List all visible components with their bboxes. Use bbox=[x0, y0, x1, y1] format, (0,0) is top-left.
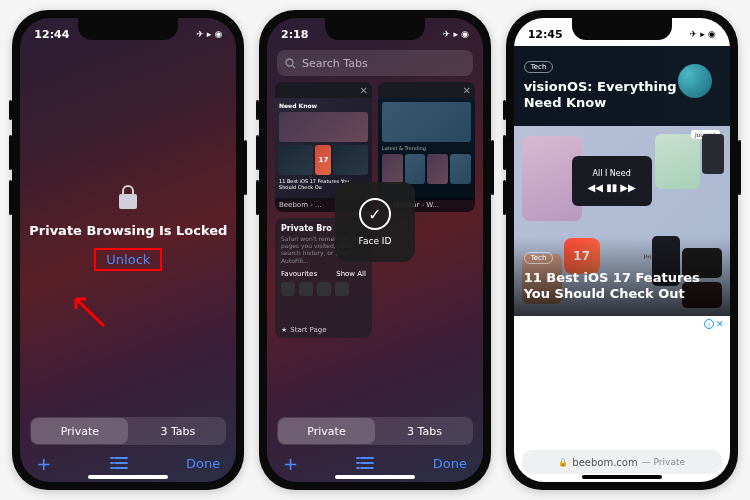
status-icons: ✈ ▸ ◉ bbox=[689, 29, 715, 39]
search-icon bbox=[285, 58, 296, 69]
segment-private[interactable]: Private bbox=[31, 418, 128, 444]
url-bar[interactable]: 🔒 beebom.com — Private bbox=[522, 450, 722, 474]
locked-title: Private Browsing Is Locked bbox=[20, 223, 236, 238]
music-controls-icon: ◀◀ ▮▮ ▶▶ bbox=[588, 182, 636, 193]
notch bbox=[325, 18, 425, 40]
home-indicator[interactable] bbox=[335, 475, 415, 479]
segment-tabs[interactable]: 3 Tabs bbox=[129, 417, 226, 445]
star-icon: ★ bbox=[281, 326, 287, 334]
favourite-icon[interactable] bbox=[281, 282, 295, 296]
close-icon[interactable]: ✕ bbox=[463, 85, 471, 96]
bottom-toolbar: Private 3 Tabs + Done bbox=[20, 411, 236, 482]
done-button[interactable]: Done bbox=[433, 456, 467, 471]
segment-tabs[interactable]: 3 Tabs bbox=[376, 417, 473, 445]
favourite-icon[interactable] bbox=[299, 282, 313, 296]
notch bbox=[572, 18, 672, 40]
show-all-link[interactable]: Show All bbox=[336, 270, 366, 278]
screen-webpage: 12:45 ✈ ▸ ◉ Tech visionOS: Everything Yo… bbox=[514, 18, 730, 482]
favourite-icon[interactable] bbox=[335, 282, 349, 296]
annotation-arrow-icon bbox=[64, 291, 114, 331]
face-id-label: Face ID bbox=[359, 236, 392, 246]
feature-image: All I Need ◀◀ ▮▮ ▶▶ Journal 17 Priya Sha… bbox=[514, 126, 730, 316]
search-tabs-input[interactable]: Search Tabs bbox=[277, 50, 473, 76]
screen-tabs: 2:18 ✈ ▸ ◉ Search Tabs ✕ Need Know 17 11… bbox=[267, 18, 483, 482]
power-button[interactable] bbox=[244, 140, 247, 195]
checkmark-icon: ✓ bbox=[359, 198, 391, 230]
volume-down-button[interactable] bbox=[503, 180, 506, 215]
category-tag[interactable]: Tech bbox=[524, 61, 554, 73]
favourite-icon[interactable] bbox=[317, 282, 331, 296]
lock-icon: 🔒 bbox=[558, 458, 568, 467]
home-indicator[interactable] bbox=[88, 475, 168, 479]
article-overlay[interactable]: Tech 11 Best iOS 17 Features You Should … bbox=[514, 237, 730, 317]
device-mock-phone-small bbox=[702, 134, 724, 174]
clock: 12:44 bbox=[34, 28, 69, 41]
article-title: 11 Best iOS 17 Features You Should Check… bbox=[524, 270, 720, 303]
notch bbox=[78, 18, 178, 40]
volume-mute-switch[interactable] bbox=[256, 100, 259, 120]
phone-frame-3: 12:45 ✈ ▸ ◉ Tech visionOS: Everything Yo… bbox=[506, 10, 738, 490]
webpage-content[interactable]: Tech visionOS: Everything You Need Know … bbox=[514, 46, 730, 452]
volume-down-button[interactable] bbox=[9, 180, 12, 215]
search-placeholder: Search Tabs bbox=[302, 57, 368, 70]
volume-up-button[interactable] bbox=[256, 135, 259, 170]
url-text: beebom.com bbox=[572, 457, 637, 468]
start-page-label: Start Page bbox=[290, 326, 326, 334]
status-icons: ✈ ▸ ◉ bbox=[443, 29, 469, 39]
category-tag[interactable]: Tech bbox=[524, 252, 554, 264]
volume-down-button[interactable] bbox=[256, 180, 259, 215]
music-track-label: All I Need bbox=[593, 169, 631, 178]
ad-info-icon[interactable]: i bbox=[704, 319, 714, 329]
power-button[interactable] bbox=[491, 140, 494, 195]
new-tab-button[interactable]: + bbox=[283, 453, 298, 474]
locked-panel: Private Browsing Is Locked Unlock bbox=[20, 183, 236, 271]
private-mode-label: — Private bbox=[642, 457, 685, 467]
tab-list-icon[interactable] bbox=[355, 453, 375, 474]
volume-up-button[interactable] bbox=[503, 135, 506, 170]
done-button[interactable]: Done bbox=[186, 456, 220, 471]
tab-list-icon[interactable] bbox=[109, 453, 129, 474]
face-id-overlay: ✓ Face ID bbox=[335, 182, 415, 262]
power-button[interactable] bbox=[738, 140, 741, 195]
article-hero[interactable]: Tech visionOS: Everything You Need Know bbox=[514, 46, 730, 126]
volume-mute-switch[interactable] bbox=[9, 100, 12, 120]
device-mock-tablet bbox=[655, 134, 700, 189]
screen-locked: 12:44 ✈ ▸ ◉ Private Browsing Is Locked U… bbox=[20, 18, 236, 482]
svg-point-0 bbox=[286, 59, 293, 66]
hero-graphic bbox=[678, 64, 712, 98]
segment-private[interactable]: Private bbox=[278, 418, 375, 444]
phone-frame-2: 2:18 ✈ ▸ ◉ Search Tabs ✕ Need Know 17 11… bbox=[259, 10, 491, 490]
close-icon[interactable]: ✕ bbox=[360, 85, 368, 96]
tab-group-segmented[interactable]: Private 3 Tabs bbox=[277, 417, 473, 445]
tab-group-segmented[interactable]: Private 3 Tabs bbox=[30, 417, 226, 445]
volume-up-button[interactable] bbox=[9, 135, 12, 170]
clock: 12:45 bbox=[528, 28, 563, 41]
bottom-toolbar: Private 3 Tabs + Done bbox=[267, 411, 483, 482]
lock-icon bbox=[20, 183, 236, 211]
clock: 2:18 bbox=[281, 28, 308, 41]
status-icons: ✈ ▸ ◉ bbox=[196, 29, 222, 39]
favourites-label: Favourites bbox=[281, 270, 317, 278]
ad-marker: i ✕ bbox=[514, 316, 730, 332]
phone-frame-1: 12:44 ✈ ▸ ◉ Private Browsing Is Locked U… bbox=[12, 10, 244, 490]
unlock-button[interactable]: Unlock bbox=[94, 248, 162, 271]
volume-mute-switch[interactable] bbox=[503, 100, 506, 120]
home-indicator[interactable] bbox=[582, 475, 662, 479]
new-tab-button[interactable]: + bbox=[36, 453, 51, 474]
ad-close-icon[interactable]: ✕ bbox=[716, 319, 724, 329]
device-mock-music: All I Need ◀◀ ▮▮ ▶▶ bbox=[572, 156, 652, 206]
